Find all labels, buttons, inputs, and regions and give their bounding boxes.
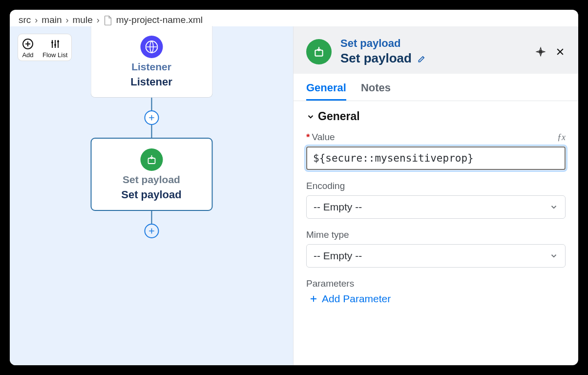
connector bbox=[151, 211, 152, 224]
close-icon[interactable] bbox=[555, 46, 566, 57]
toolbar: Add Flow List bbox=[18, 34, 72, 61]
locate-icon[interactable] bbox=[535, 46, 546, 57]
set-payload-node[interactable]: Set payload Set payload bbox=[90, 138, 212, 211]
svg-point-1 bbox=[51, 42, 53, 43]
flow-column: Listener Listener Set payload Set payloa… bbox=[89, 26, 214, 238]
add-step-button[interactable] bbox=[144, 110, 159, 125]
value-label: Value bbox=[312, 132, 335, 143]
flow-list-label: Flow List bbox=[42, 51, 67, 59]
add-step-button[interactable] bbox=[144, 224, 159, 238]
parameters-field: Parameters Add Parameter bbox=[306, 278, 566, 305]
encoding-label: Encoding bbox=[306, 181, 345, 191]
mime-type-label: Mime type bbox=[306, 229, 349, 240]
add-label: Add bbox=[22, 51, 33, 59]
flow-list-button[interactable]: Flow List bbox=[42, 38, 67, 59]
breadcrumb-part[interactable]: mule bbox=[73, 15, 93, 25]
flow-canvas[interactable]: Add Flow List Listener Listener bbox=[10, 26, 293, 365]
breadcrumb-part[interactable]: src bbox=[19, 15, 31, 25]
panel-name: Set payload bbox=[340, 51, 412, 66]
breadcrumb-part[interactable]: main bbox=[42, 15, 62, 25]
panel-header: Set payload Set payload bbox=[294, 26, 578, 74]
breadcrumb: src › main › mule › my-project-name.xml bbox=[10, 10, 578, 26]
encoding-value: -- Empty -- bbox=[314, 201, 362, 213]
app-frame: src › main › mule › my-project-name.xml … bbox=[10, 10, 578, 365]
add-parameter-button[interactable]: Add Parameter bbox=[306, 293, 566, 305]
edit-name-icon[interactable] bbox=[417, 53, 427, 64]
node-type: Listener bbox=[131, 61, 171, 73]
section-general[interactable]: General bbox=[306, 110, 566, 123]
encoding-field: Encoding -- Empty -- bbox=[306, 181, 566, 219]
connector bbox=[151, 125, 152, 138]
panel-titles: Set payload Set payload bbox=[340, 37, 526, 66]
chevron-down-icon bbox=[549, 251, 558, 260]
main-content: Add Flow List Listener Listener bbox=[10, 26, 578, 365]
fx-icon[interactable]: ƒx bbox=[557, 132, 566, 143]
tab-general[interactable]: General bbox=[306, 79, 346, 101]
listener-node[interactable]: Listener Listener bbox=[90, 26, 212, 98]
node-type: Set payload bbox=[123, 174, 180, 186]
section-title: General bbox=[318, 110, 360, 123]
mime-type-value: -- Empty -- bbox=[314, 250, 362, 262]
listener-icon bbox=[140, 36, 163, 58]
parameters-label: Parameters bbox=[306, 278, 354, 289]
add-parameter-label: Add Parameter bbox=[322, 293, 391, 305]
panel-icon bbox=[306, 39, 332, 64]
set-payload-icon bbox=[140, 148, 163, 171]
svg-point-2 bbox=[54, 44, 56, 46]
panel-tabs: General Notes bbox=[294, 74, 578, 101]
chevron-right-icon: › bbox=[97, 15, 100, 25]
node-name: Listener bbox=[130, 76, 172, 88]
required-indicator: * bbox=[306, 132, 310, 143]
value-field: * Value ƒx bbox=[306, 132, 566, 170]
connector bbox=[151, 98, 152, 110]
svg-point-11 bbox=[540, 51, 542, 52]
tab-notes[interactable]: Notes bbox=[361, 79, 391, 101]
xml-file-icon bbox=[104, 16, 112, 25]
value-input[interactable] bbox=[306, 146, 566, 170]
breadcrumb-file[interactable]: my-project-name.xml bbox=[116, 15, 203, 25]
encoding-select[interactable]: -- Empty -- bbox=[306, 195, 566, 219]
chevron-right-icon: › bbox=[35, 15, 38, 25]
chevron-down-icon bbox=[306, 112, 315, 121]
mime-type-field: Mime type -- Empty -- bbox=[306, 229, 566, 268]
svg-point-3 bbox=[57, 41, 59, 42]
panel-type: Set payload bbox=[340, 37, 526, 50]
mime-type-select[interactable]: -- Empty -- bbox=[306, 244, 566, 268]
node-name: Set payload bbox=[121, 188, 181, 201]
properties-panel: Set payload Set payload General bbox=[293, 26, 578, 365]
add-button[interactable]: Add bbox=[22, 38, 34, 59]
panel-body: General * Value ƒx Encoding -- Empty -- bbox=[294, 101, 578, 316]
plus-icon bbox=[309, 294, 318, 303]
chevron-right-icon: › bbox=[66, 15, 69, 25]
chevron-down-icon bbox=[549, 203, 558, 211]
